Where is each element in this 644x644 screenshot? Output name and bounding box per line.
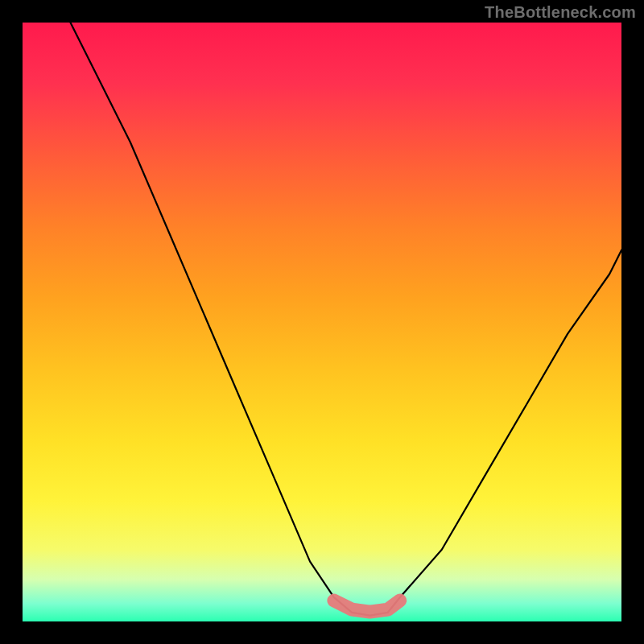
highlight-band: [334, 601, 400, 612]
curve-line: [71, 23, 622, 616]
watermark-text: TheBottleneck.com: [485, 3, 636, 22]
chart-frame: TheBottleneck.com: [0, 0, 644, 644]
plot-area: [23, 23, 621, 621]
chart-svg: [23, 23, 621, 621]
